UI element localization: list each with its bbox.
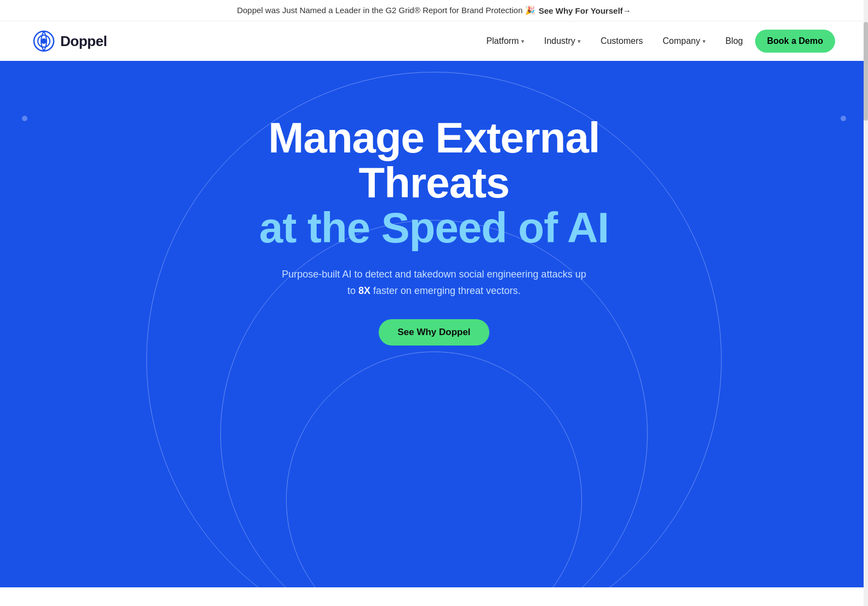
nav-label-customers: Customers (601, 36, 643, 46)
nav-item-industry[interactable]: Industry ▾ (536, 32, 589, 50)
nav-item-blog[interactable]: Blog (718, 32, 751, 50)
announcement-bar: Doppel was Just Named a Leader in the G2… (0, 0, 868, 21)
nav-item-platform[interactable]: Platform ▾ (478, 32, 532, 50)
nav-item-company[interactable]: Company ▾ (655, 32, 713, 50)
hero-subtitle: Purpose-built AI to detect and takedown … (281, 266, 587, 299)
hero-section: Manage External Threats at the Speed of … (0, 61, 868, 587)
navbar: Doppel Platform ▾ Industry ▾ Customers C… (0, 21, 868, 61)
nav-links: Platform ▾ Industry ▾ Customers Company … (478, 30, 835, 53)
hero-subtitle-suffix: faster on emerging threat vectors. (370, 285, 521, 296)
logo-icon (33, 30, 55, 52)
hero-title: Manage External Threats at the Speed of … (198, 116, 670, 251)
hero-title-line1: Manage External Threats (269, 114, 600, 207)
scrollbar-track[interactable] (864, 0, 868, 606)
nav-label-blog: Blog (726, 36, 743, 46)
logo-text: Doppel (60, 33, 107, 50)
announcement-cta[interactable]: See Why For Yourself→ (539, 6, 631, 15)
scrollbar-thumb[interactable] (864, 22, 868, 121)
decorative-dot-right (841, 116, 846, 121)
chevron-down-icon-industry: ▾ (578, 38, 581, 45)
svg-point-2 (41, 38, 47, 44)
hero-subtitle-bold: 8X (358, 285, 370, 296)
hero-title-line2: at the Speed of AI (259, 203, 609, 252)
nav-label-industry: Industry (544, 36, 575, 46)
nav-label-company: Company (663, 36, 700, 46)
nav-item-customers[interactable]: Customers (593, 32, 650, 50)
nav-label-platform: Platform (486, 36, 519, 46)
announcement-text: Doppel was Just Named a Leader in the G2… (237, 5, 535, 15)
hero-cta-button[interactable]: See Why Doppel (379, 319, 489, 346)
chevron-down-icon-platform: ▾ (521, 38, 524, 45)
decorative-dot-left (22, 116, 27, 121)
hero-content: Manage External Threats at the Speed of … (187, 116, 681, 346)
logo-link[interactable]: Doppel (33, 30, 107, 52)
chevron-down-icon-company: ▾ (703, 38, 706, 45)
book-demo-button[interactable]: Book a Demo (755, 30, 835, 53)
